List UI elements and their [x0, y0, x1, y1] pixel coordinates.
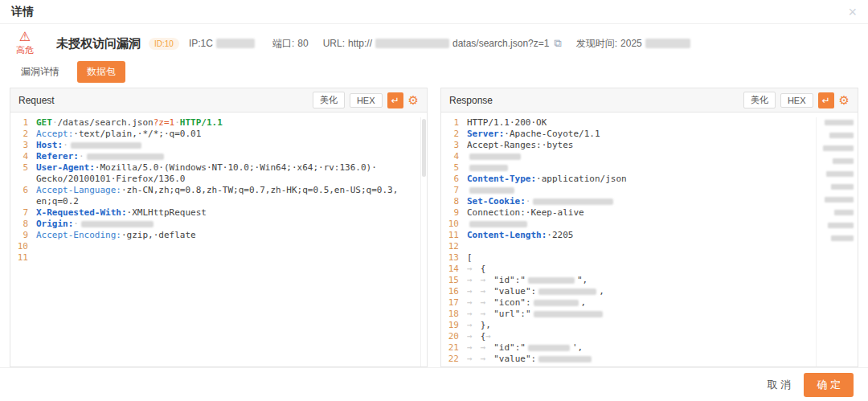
line-content: →→"icon":,	[467, 297, 586, 309]
copy-icon[interactable]: ⧉	[554, 37, 561, 50]
redacted-text	[534, 300, 579, 306]
request-panel-title: Request	[18, 95, 55, 106]
response-code-area: 1HTTP/1.1·200·OK2Server:·Apache-Coyote/1…	[441, 113, 858, 366]
hex-button[interactable]: HEX	[350, 93, 383, 108]
code-token: ·XMLHttpRequest	[127, 207, 207, 218]
line-content: en;q=0.2	[36, 196, 79, 207]
line-number: 2	[10, 129, 36, 140]
tab-packet[interactable]: 数据包	[77, 61, 125, 83]
line-number: 2	[441, 129, 467, 140]
redacted-text	[469, 165, 508, 171]
line-number: 19	[441, 320, 467, 331]
line-number: 21	[441, 342, 467, 354]
minimap-block	[823, 145, 854, 151]
wrap-button[interactable]: ↵	[387, 92, 403, 108]
gear-icon[interactable]: ⚙	[839, 94, 850, 106]
code-line: 10	[10, 241, 420, 252]
code-token: ·	[79, 151, 84, 162]
code-line: 22→→"value":	[441, 354, 816, 365]
code-token: },	[481, 320, 491, 330]
request-toolbar: 美化 HEX ↵ ⚙	[313, 92, 419, 108]
beautify-button[interactable]: 美化	[313, 92, 345, 108]
code-token: Accept-Language:	[36, 185, 121, 195]
beautify-button[interactable]: 美化	[743, 92, 776, 108]
vuln-header: ⚠ 高危 未授权访问漏洞 ID:10 IP:1C 端口: 80 URL: htt…	[0, 24, 868, 61]
line-content: Accept-Encoding:·gzip,·deflate	[36, 230, 196, 241]
close-icon[interactable]: ×	[848, 5, 857, 19]
request-scrollbar[interactable]	[420, 117, 427, 366]
line-number: 5	[441, 162, 467, 174]
code-token: Accept-Encoding:	[36, 230, 121, 240]
code-token: ·text/plain,·*/*;·q=0.01	[73, 129, 201, 139]
response-code[interactable]: 1HTTP/1.1·200·OK2Server:·Apache-Coyote/1…	[441, 117, 816, 366]
confirm-button[interactable]: 确 定	[804, 373, 854, 397]
scrollbar-thumb[interactable]	[422, 119, 426, 177]
response-panel-title: Response	[449, 95, 493, 106]
code-token: /datas/search.json	[58, 117, 154, 128]
tab-vuln-detail[interactable]: 漏洞详情	[11, 61, 69, 83]
hex-button[interactable]: HEX	[780, 93, 813, 108]
code-token: →	[485, 331, 491, 342]
line-number: 12	[441, 241, 467, 252]
code-line: 10	[441, 219, 816, 230]
redacted-text	[71, 142, 141, 149]
code-token: →	[481, 342, 486, 353]
request-panel: Request 美化 HEX ↵ ⚙ 1GET·/datas/search.js…	[10, 88, 428, 367]
vuln-title: 未授权访问漏洞	[56, 36, 141, 51]
code-token: ·	[63, 140, 68, 150]
code-line: 5	[441, 162, 816, 174]
line-number: 18	[441, 309, 467, 320]
line-number: 1	[441, 117, 467, 129]
line-number: 11	[441, 230, 467, 241]
code-token: →	[467, 354, 473, 364]
code-token: ·zh-CN,zh;q=0.8,zh-TW;q=0.7,zh-HK;q=0.5,…	[121, 185, 398, 195]
code-line: en;q=0.2	[10, 196, 420, 207]
code-token: ·	[174, 117, 180, 128]
code-token: ·	[52, 117, 58, 128]
dialog-title: 详情	[11, 5, 34, 19]
line-number: 3	[10, 140, 36, 151]
code-token: →	[467, 297, 473, 308]
line-content: User-Agent:·Mozilla/5.0·(Windows·NT·10.0…	[36, 162, 377, 174]
code-token: Server:	[467, 129, 504, 139]
code-line: Gecko/20100101·Firefox/136.0	[10, 174, 420, 185]
redacted-host	[375, 39, 449, 48]
line-content: →{	[467, 264, 485, 275]
code-line: 6Accept-Language:·zh-CN,zh;q=0.8,zh-TW;q…	[10, 185, 420, 196]
line-number: 6	[10, 185, 36, 196]
redacted-text	[528, 345, 570, 351]
code-token: [	[467, 252, 473, 263]
code-token: Accept:	[36, 129, 73, 139]
code-line: 7	[441, 185, 816, 196]
code-token: Content-Type:	[467, 174, 536, 184]
risk-label: 高危	[16, 44, 34, 56]
vuln-ip: IP:1C	[189, 38, 258, 49]
code-token: →	[467, 342, 473, 353]
code-line: 15→→"id":"",	[441, 275, 816, 286]
code-token: ?z=1	[154, 117, 175, 128]
code-token: "url":"	[493, 309, 530, 319]
code-token: {	[481, 264, 486, 274]
line-number: 8	[441, 196, 467, 207]
code-token: "value":	[493, 286, 536, 297]
cancel-button[interactable]: 取 消	[768, 378, 792, 392]
line-content: Host:·	[36, 140, 144, 151]
line-number: 22	[441, 354, 467, 365]
code-token: ',	[572, 342, 583, 353]
wrap-button[interactable]: ↵	[818, 92, 834, 108]
code-line: 4Referer:·	[10, 151, 420, 162]
line-content	[467, 151, 523, 162]
request-code[interactable]: 1GET·/datas/search.json?z=1·HTTP/1.12Acc…	[10, 117, 420, 366]
vuln-port: 端口: 80	[272, 37, 309, 51]
line-number: 8	[10, 219, 36, 230]
ip-label: IP:1C	[189, 38, 213, 49]
gear-icon[interactable]: ⚙	[408, 94, 419, 106]
line-content: Accept-Language:·zh-CN,zh;q=0.8,zh-TW;q=…	[36, 185, 398, 196]
response-minimap[interactable]	[816, 117, 858, 366]
tab-bar: 漏洞详情 数据包	[0, 61, 868, 88]
packet-panels: Request 美化 HEX ↵ ⚙ 1GET·/datas/search.js…	[0, 88, 868, 367]
minimap-block	[825, 197, 854, 203]
line-number: 15	[441, 275, 467, 286]
line-content: Referer:·	[36, 151, 166, 162]
line-content: Accept-Ranges:·bytes	[467, 140, 573, 151]
